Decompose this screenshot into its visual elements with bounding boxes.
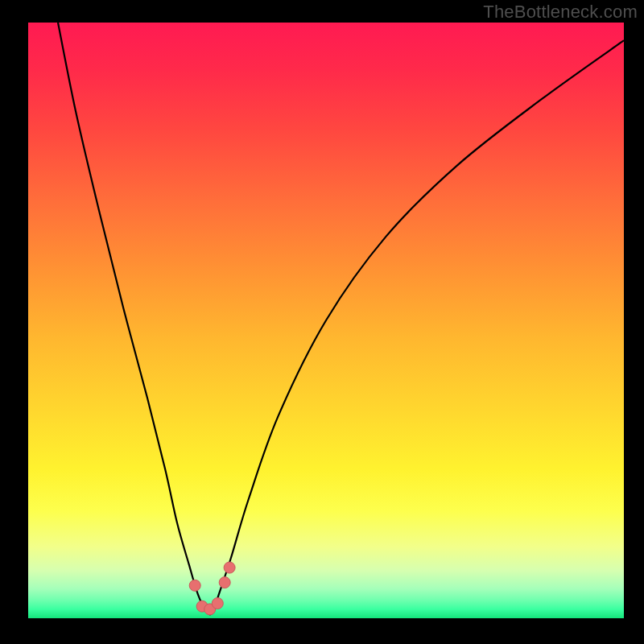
marker-dot xyxy=(224,562,235,573)
marker-dot xyxy=(219,577,230,588)
marker-dot xyxy=(212,598,223,609)
plot-area xyxy=(28,23,624,618)
chart-frame: TheBottleneck.com xyxy=(0,0,644,644)
marker-dot xyxy=(189,580,200,591)
watermark-text: TheBottleneck.com xyxy=(483,2,638,23)
minimum-markers xyxy=(189,562,235,615)
curve-layer xyxy=(28,23,624,618)
bottleneck-curve xyxy=(58,23,624,614)
